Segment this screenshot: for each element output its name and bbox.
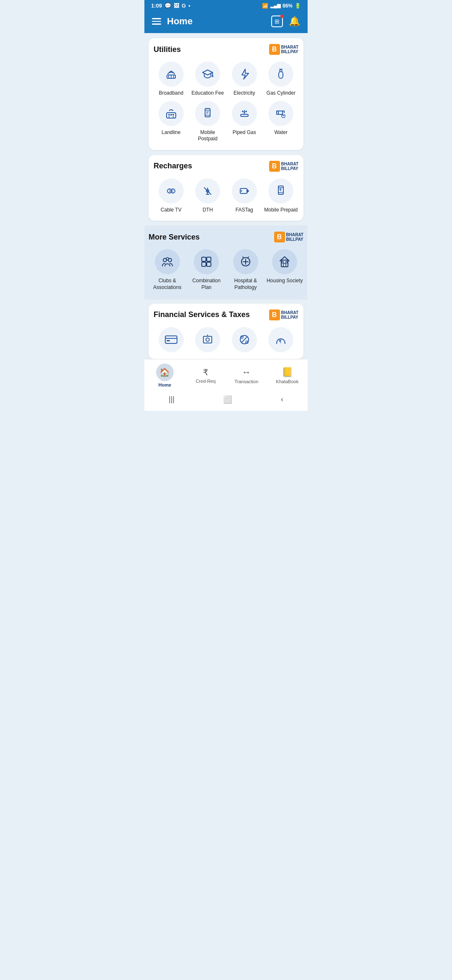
utility-water[interactable]: Water	[264, 101, 299, 142]
utility-electricity[interactable]: Electricity	[227, 62, 262, 97]
svg-rect-18	[205, 108, 210, 117]
svg-rect-8	[279, 72, 283, 78]
broadband-label: Broadband	[159, 90, 183, 97]
svg-rect-53	[167, 340, 170, 341]
financial-item-1[interactable]	[154, 327, 189, 352]
utility-gas-cylinder[interactable]: Gas Cylinder	[264, 62, 299, 97]
header-right: ⊞ 🔔	[271, 15, 300, 27]
cable-tv-icon	[159, 178, 184, 204]
recharge-mobile-prepaid[interactable]: ₹ Mobile Prepaid	[264, 178, 299, 214]
financial-services-title: Financial Services & Taxes	[154, 310, 250, 319]
svg-rect-43	[202, 257, 206, 261]
recharge-fastag[interactable]: FASTag	[227, 178, 262, 214]
financial-icon-2	[195, 327, 220, 352]
battery-icon: 🔋	[295, 3, 301, 9]
education-fee-icon	[195, 62, 220, 87]
financial-item-2[interactable]	[190, 327, 226, 352]
svg-point-7	[212, 75, 213, 77]
combination-plan-icon	[194, 249, 219, 274]
piped-gas-icon	[232, 101, 257, 126]
svg-rect-48	[283, 263, 286, 267]
financial-item-3[interactable]	[227, 327, 262, 352]
app-header: Home ⊞ 🔔	[144, 11, 308, 33]
scanner-icon-symbol: ⊞	[275, 18, 280, 25]
electricity-label: Electricity	[234, 90, 255, 97]
mobile-postpaid-label: Mobile Postpaid	[190, 129, 226, 142]
bbp-b-icon: B	[269, 44, 280, 55]
recharges-title: Recharges	[154, 162, 192, 170]
svg-rect-50	[286, 261, 288, 263]
image-icon: 🖼	[174, 3, 179, 9]
mobile-prepaid-icon: ₹	[268, 178, 293, 204]
system-nav: ||| ⬜ ‹	[144, 390, 308, 411]
system-back-button[interactable]: ‹	[281, 395, 283, 404]
nav-cred-req[interactable]: ₹ Cred-Req	[185, 367, 226, 384]
combination-plan-label: Combination Plan	[188, 278, 226, 291]
nav-khatabook[interactable]: 📒 KhataBook	[267, 367, 308, 384]
svg-rect-44	[207, 257, 211, 261]
more-services-section: More Services B BHARAT BILLPAY Clubs &	[144, 226, 308, 298]
wifi-icon: 📶	[262, 3, 268, 9]
svg-point-24	[244, 110, 245, 111]
clubs-associations-label: Clubs & Associations	[149, 278, 186, 291]
svg-rect-54	[203, 336, 212, 343]
mobile-prepaid-label: Mobile Prepaid	[264, 207, 298, 214]
page-title: Home	[167, 16, 193, 27]
more-combination-plan[interactable]: Combination Plan	[188, 249, 226, 291]
recharge-cable-tv[interactable]: Cable TV	[154, 178, 189, 214]
system-home-button[interactable]: ⬜	[223, 395, 232, 404]
cable-tv-label: Cable TV	[161, 207, 182, 214]
svg-point-15	[172, 114, 174, 116]
recharges-bbp-logo: B BHARAT BILLPAY	[269, 161, 298, 172]
utility-landline[interactable]: Landline	[154, 101, 189, 142]
svg-point-13	[168, 114, 170, 116]
recharges-section: Recharges B BHARAT BILLPAY	[149, 155, 303, 221]
utilities-title: Utilities	[154, 45, 181, 54]
utility-piped-gas[interactable]: Piped Gas	[227, 101, 262, 142]
transaction-label: Transaction	[234, 379, 258, 384]
more-housing-society[interactable]: Housing Society	[266, 249, 304, 291]
recharge-dth[interactable]: DTH	[190, 178, 226, 214]
financial-bbp-logo: B BHARAT BILLPAY	[269, 309, 298, 320]
more-services-bbp-logo: B BHARAT BILLPAY	[274, 232, 303, 242]
utility-education-fee[interactable]: Education Fee	[190, 62, 226, 97]
piped-gas-label: Piped Gas	[233, 129, 256, 136]
financial-services-header: Financial Services & Taxes B BHARAT BILL…	[154, 309, 298, 320]
gas-cylinder-label: Gas Cylinder	[267, 90, 295, 97]
dot-indicator: •	[188, 3, 190, 9]
status-right: 📶 ▂▄▆ 86% 🔋	[262, 3, 301, 9]
svg-rect-45	[202, 262, 206, 266]
fastag-label: FASTag	[236, 207, 253, 214]
svg-rect-23	[241, 114, 248, 116]
home-nav-icon-bg: 🏠	[156, 364, 174, 381]
nav-home[interactable]: 🏠 Home	[144, 364, 185, 387]
svg-rect-46	[207, 262, 211, 266]
google-icon: G	[182, 3, 186, 9]
khatabook-icon: 📒	[282, 367, 293, 378]
utility-broadband[interactable]: Broadband	[154, 62, 189, 97]
hamburger-menu[interactable]	[152, 18, 161, 25]
fastag-icon	[232, 178, 257, 204]
notification-bell-icon[interactable]: 🔔	[289, 16, 300, 27]
clubs-associations-icon	[155, 249, 180, 274]
system-recent-button[interactable]: |||	[169, 395, 175, 404]
utility-mobile-postpaid[interactable]: Mobile Postpaid	[190, 101, 226, 142]
more-clubs-associations[interactable]: Clubs & Associations	[149, 249, 186, 291]
main-content: Utilities B BHARAT BILLPAY	[144, 33, 308, 226]
bbp-text: BHARAT BILLPAY	[281, 45, 298, 54]
nav-transaction[interactable]: ↔ Transaction	[226, 367, 267, 384]
svg-point-14	[170, 114, 172, 116]
scanner-button[interactable]: ⊞	[271, 15, 283, 27]
more-hospital-pathology[interactable]: Hospital & Pathology	[227, 249, 265, 291]
gas-cylinder-icon	[268, 62, 293, 87]
transaction-icon: ↔	[242, 367, 251, 378]
financial-item-4[interactable]: ₹	[264, 327, 299, 352]
landline-label: Landline	[162, 129, 180, 136]
home-nav-icon: 🏠	[159, 367, 170, 377]
khatabook-label: KhataBook	[276, 379, 298, 384]
landline-icon	[159, 101, 184, 126]
svg-rect-49	[282, 261, 283, 263]
svg-text:₹: ₹	[279, 339, 282, 344]
svg-point-55	[206, 338, 209, 341]
mobile-postpaid-icon	[195, 101, 220, 126]
